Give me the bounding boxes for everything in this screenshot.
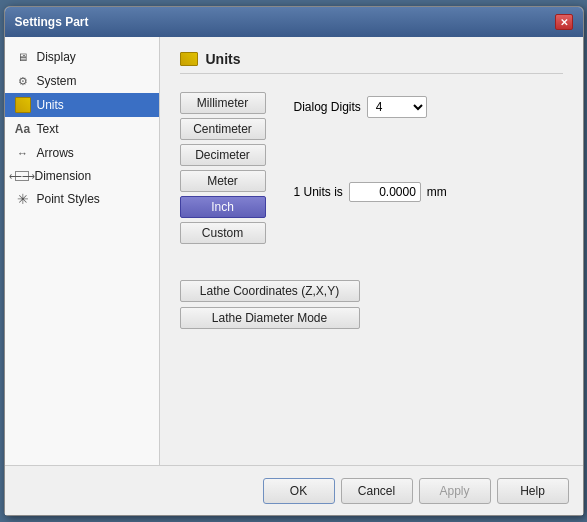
point-styles-icon: ✳ [15, 191, 31, 207]
arrows-icon: ↔ [15, 145, 31, 161]
text-icon: Aa [15, 121, 31, 137]
sidebar-item-display[interactable]: 🖥 Display [5, 45, 159, 69]
sidebar: 🖥 Display ⚙ System Units Aa Text ↔ Arrow… [5, 37, 160, 465]
panel-title: Units [180, 51, 563, 74]
sidebar-label-display: Display [37, 50, 76, 64]
unit-buttons-column: Millimeter Centimeter Decimeter Meter In… [180, 92, 280, 244]
inch-button[interactable]: Inch [180, 196, 266, 218]
system-icon: ⚙ [15, 73, 31, 89]
sidebar-item-dimension[interactable]: ⟵⟶ Dimension [5, 165, 159, 187]
units-conversion-row: 1 Units is mm [294, 182, 447, 202]
centimeter-button[interactable]: Centimeter [180, 118, 266, 140]
decimeter-button[interactable]: Decimeter [180, 144, 266, 166]
window-title: Settings Part [15, 15, 89, 29]
sidebar-label-point-styles: Point Styles [37, 192, 100, 206]
sidebar-label-system: System [37, 74, 77, 88]
title-bar-controls: ✕ [555, 14, 573, 30]
title-bar: Settings Part ✕ [5, 7, 583, 37]
sidebar-label-dimension: Dimension [35, 169, 92, 183]
meter-button[interactable]: Meter [180, 170, 266, 192]
dialog-digits-label: Dialog Digits [294, 100, 361, 114]
sidebar-item-units[interactable]: Units [5, 93, 159, 117]
sidebar-item-system[interactable]: ⚙ System [5, 69, 159, 93]
sidebar-item-arrows[interactable]: ↔ Arrows [5, 141, 159, 165]
display-icon: 🖥 [15, 49, 31, 65]
sidebar-label-arrows: Arrows [37, 146, 74, 160]
units-value-input[interactable] [349, 182, 421, 202]
apply-button[interactable]: Apply [419, 478, 491, 504]
close-button[interactable]: ✕ [555, 14, 573, 30]
cancel-button[interactable]: Cancel [341, 478, 413, 504]
custom-button[interactable]: Custom [180, 222, 266, 244]
help-button[interactable]: Help [497, 478, 569, 504]
sidebar-item-point-styles[interactable]: ✳ Point Styles [5, 187, 159, 211]
dialog-digits-select[interactable]: 4 1 2 3 5 6 7 8 [367, 96, 427, 118]
units-mm-label: mm [427, 185, 447, 199]
sidebar-label-units: Units [37, 98, 64, 112]
dimension-icon: ⟵⟶ [15, 171, 29, 181]
units-is-label: 1 Units is [294, 185, 343, 199]
panel-title-text: Units [206, 51, 241, 67]
bottom-bar: OK Cancel Apply Help [5, 465, 583, 515]
ok-button[interactable]: OK [263, 478, 335, 504]
sidebar-label-text: Text [37, 122, 59, 136]
content-area: 🖥 Display ⚙ System Units Aa Text ↔ Arrow… [5, 37, 583, 465]
main-panel: Units Millimeter Centimeter Decimeter Me… [160, 37, 583, 465]
units-row: Millimeter Centimeter Decimeter Meter In… [180, 92, 563, 244]
sidebar-item-text[interactable]: Aa Text [5, 117, 159, 141]
millimeter-button[interactable]: Millimeter [180, 92, 266, 114]
panel-title-icon [180, 52, 198, 66]
units-icon [15, 97, 31, 113]
right-column: Dialog Digits 4 1 2 3 5 6 7 8 [294, 92, 447, 202]
settings-window: Settings Part ✕ 🖥 Display ⚙ System Units… [4, 6, 584, 516]
lathe-section: Lathe Coordinates (Z,X,Y) Lathe Diameter… [180, 280, 563, 329]
dialog-digits-row: Dialog Digits 4 1 2 3 5 6 7 8 [294, 96, 447, 118]
lathe-coordinates-button[interactable]: Lathe Coordinates (Z,X,Y) [180, 280, 360, 302]
lathe-diameter-button[interactable]: Lathe Diameter Mode [180, 307, 360, 329]
